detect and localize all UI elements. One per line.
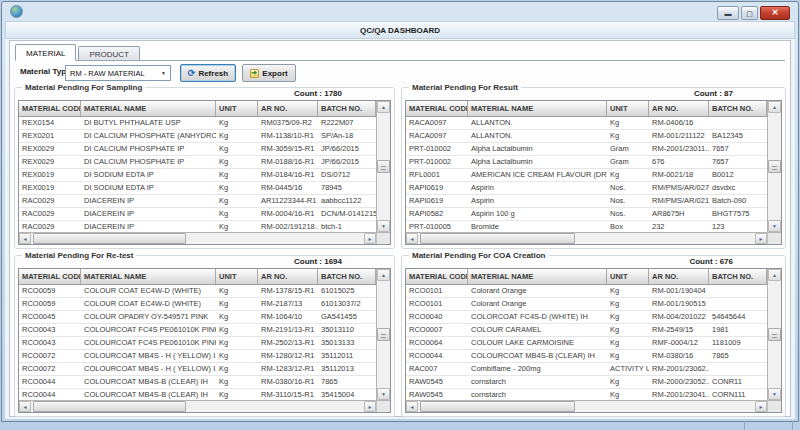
table-row[interactable]: PRT-010002Alpha LactalbuminGram6767657	[406, 156, 767, 169]
maximize-button[interactable]: ▢	[741, 6, 758, 20]
column-header[interactable]: AR NO.	[649, 101, 709, 116]
table-row[interactable]: RCO0072COLOURCOAT MB4S - H ( YELLOW) I..…	[19, 363, 376, 376]
scrollbar-thumb[interactable]	[377, 328, 390, 341]
column-header[interactable]: MATERIAL NAME	[468, 101, 607, 116]
column-header[interactable]: MATERIAL CODE	[19, 269, 81, 284]
vertical-scrollbar[interactable]: ▲ ▼	[376, 269, 390, 400]
table-row[interactable]: REX0154DI BUTYL PHTHALATE USPKgRM0375/09…	[19, 117, 376, 130]
scroll-left-button[interactable]: ◄	[19, 401, 31, 412]
column-header[interactable]: BATCH NO.	[709, 269, 767, 284]
scroll-right-button[interactable]: ►	[364, 233, 376, 244]
scrollbar-track[interactable]	[31, 401, 364, 412]
scroll-left-button[interactable]: ◄	[406, 401, 418, 412]
table-row[interactable]: RCO0044COLOURCOAT MB4S-B (CLEAR) IHKgRM-…	[19, 389, 376, 400]
tab-material[interactable]: MATERIAL	[15, 44, 76, 61]
table-row[interactable]: RCO0072COLOURCOAT MB4S - H ( YELLOW) I..…	[19, 350, 376, 363]
scrollbar-thumb[interactable]	[377, 160, 390, 173]
table-row[interactable]: RCO0040COLORCOAT FC4S-D (WHITE) IHKgRM-0…	[406, 311, 767, 324]
scroll-up-button[interactable]: ▲	[377, 101, 390, 113]
horizontal-scrollbar[interactable]: ◄ ►	[406, 401, 767, 412]
vertical-scrollbar[interactable]: ▲ ▼	[376, 101, 390, 232]
scroll-up-button[interactable]: ▲	[377, 269, 390, 281]
table-row[interactable]: REX0201DI CALCIUM PHOSPHATE (ANHYDROU...…	[19, 130, 376, 143]
vertical-scrollbar[interactable]: ▲ ▼	[767, 269, 781, 400]
scroll-up-button[interactable]: ▲	[768, 269, 781, 281]
scrollbar-track[interactable]	[418, 233, 755, 244]
column-header[interactable]: MATERIAL NAME	[468, 269, 607, 284]
scroll-right-button[interactable]: ►	[755, 233, 767, 244]
scrollbar-track[interactable]	[418, 401, 755, 412]
table-row[interactable]: RAC007Combiflame - 200mgACTIVITY U...RM-…	[406, 363, 767, 376]
scrollbar-thumb[interactable]	[33, 401, 186, 412]
scrollbar-track[interactable]	[377, 281, 390, 388]
table-row[interactable]: RCO0101Colorant OrangeKgRM-001/190404	[406, 285, 767, 298]
horizontal-scrollbar[interactable]: ◄ ►	[19, 401, 376, 412]
column-header[interactable]: AR NO.	[649, 269, 709, 284]
table-row[interactable]: PRT-010002Alpha LactalbuminGramRM-2001/2…	[406, 143, 767, 156]
scrollbar-thumb[interactable]	[768, 328, 781, 341]
minimize-button[interactable]: ▬	[717, 6, 739, 20]
table-row[interactable]: REX0019DI SODIUM EDTA IPKgRM-0445/167894…	[19, 182, 376, 195]
table-row[interactable]: RCO0044COLOURCOAT MB4S-B (CLEAR) IHKgRM-…	[406, 350, 767, 363]
horizontal-scrollbar[interactable]: ◄ ►	[19, 233, 376, 244]
export-button[interactable]: Export	[242, 64, 296, 82]
column-header[interactable]: UNIT	[607, 269, 649, 284]
scrollbar-thumb[interactable]	[420, 233, 575, 244]
column-header[interactable]: MATERIAL CODE	[406, 269, 468, 284]
scroll-right-button[interactable]: ►	[364, 401, 376, 412]
column-header[interactable]: BATCH NO.	[318, 269, 376, 284]
scroll-left-button[interactable]: ◄	[406, 233, 418, 244]
column-header[interactable]: AR NO.	[258, 269, 318, 284]
table-row[interactable]: RCO0044COLOURCOAT MB4S-B (CLEAR) IHKgRM-…	[19, 376, 376, 389]
table-row[interactable]: RAPI0619AspirinNos.RM/PMS/AR/0275dsvdxc	[406, 182, 767, 195]
table-row[interactable]: RAC0029DIACEREIN IPKgRM-0004/16-R1DCN/M-…	[19, 208, 376, 221]
table-row[interactable]: RAC0029DIACEREIN IPKgRM-002/191218...btc…	[19, 221, 376, 232]
table-row[interactable]: RCO0101Colorant OrangeKgRM-001/190515	[406, 298, 767, 311]
table-row[interactable]: RCO0059COLOUR COAT EC4W-D (WHITE)KgRM-13…	[19, 285, 376, 298]
scroll-down-button[interactable]: ▼	[377, 388, 390, 400]
column-header[interactable]: MATERIAL CODE	[19, 101, 81, 116]
scrollbar-track[interactable]	[31, 233, 364, 244]
material-type-dropdown[interactable]: RM - RAW MATERIAL ▼	[65, 65, 171, 81]
scroll-right-button[interactable]: ►	[755, 401, 767, 412]
table-row[interactable]: PRT-010005BromideBox232123	[406, 221, 767, 232]
table-row[interactable]: RCO0043COLOURCOAT FC4S PE061010K PINK IH…	[19, 337, 376, 350]
table-row[interactable]: RCO0059COLOUR COAT EC4W-D (WHITE)KgRM-21…	[19, 298, 376, 311]
refresh-button[interactable]: ⟳ Refresh	[180, 64, 236, 82]
scrollbar-thumb[interactable]	[420, 401, 575, 412]
table-row[interactable]: RCO0045COLOUR OPADRY OY-549571 PINKKgRM-…	[19, 311, 376, 324]
scroll-up-button[interactable]: ▲	[768, 101, 781, 113]
scrollbar-thumb[interactable]	[33, 233, 186, 244]
column-header[interactable]: BATCH NO.	[709, 101, 767, 116]
scrollbar-track[interactable]	[768, 113, 781, 220]
horizontal-scrollbar[interactable]: ◄ ►	[406, 233, 767, 244]
column-header[interactable]: BATCH NO.	[318, 101, 376, 116]
table-row[interactable]: RACA0097ALLANTON.KgRM-001/211122BA12345	[406, 130, 767, 143]
table-row[interactable]: RAC0029DIACEREIN IPKgAR11223344-R1aabbcc…	[19, 195, 376, 208]
table-row[interactable]: REX0029DI CALCIUM PHOSPHATE IPKgRM-0188/…	[19, 156, 376, 169]
close-button[interactable]: ✕	[760, 6, 790, 20]
table-row[interactable]: RFL0001AMERICAN ICE CREAM FLAVOUR (DRY)K…	[406, 169, 767, 182]
scroll-down-button[interactable]: ▼	[768, 388, 781, 400]
table-row[interactable]: RCO0007COLOUR CARAMELKgRM-2549/151981	[406, 324, 767, 337]
table-row[interactable]: RAW0545cornstarchKgRM-2000/23052...CONR1…	[406, 376, 767, 389]
column-header[interactable]: UNIT	[216, 101, 258, 116]
table-row[interactable]: RCO0064COLOUR LAKE CARMOISINEKgRMF-0004/…	[406, 337, 767, 350]
scroll-down-button[interactable]: ▼	[768, 220, 781, 232]
column-header[interactable]: AR NO.	[258, 101, 318, 116]
table-row[interactable]: REX0029DI CALCIUM PHOSPHATE IPKgRM-3059/…	[19, 143, 376, 156]
column-header[interactable]: MATERIAL NAME	[81, 101, 216, 116]
tab-product[interactable]: PRODUCT	[78, 46, 140, 60]
column-header[interactable]: MATERIAL NAME	[81, 269, 216, 284]
column-header[interactable]: MATERIAL CODE	[406, 101, 468, 116]
table-row[interactable]: RCO0043COLOURCOAT FC4S PE061010K PINK IH…	[19, 324, 376, 337]
vertical-scrollbar[interactable]: ▲ ▼	[767, 101, 781, 232]
table-row[interactable]: RAPI0619AspirinNos.RM/PMS/AR/0213Batch-0…	[406, 195, 767, 208]
scroll-down-button[interactable]: ▼	[377, 220, 390, 232]
scrollbar-thumb[interactable]	[768, 160, 781, 173]
scrollbar-track[interactable]	[768, 281, 781, 388]
scroll-left-button[interactable]: ◄	[19, 233, 31, 244]
window-titlebar[interactable]: ▬ ▢ ✕	[2, 2, 798, 21]
scrollbar-track[interactable]	[377, 113, 390, 220]
table-row[interactable]: REX0019DI SODIUM EDTA IPKgRM-0184/16-R1D…	[19, 169, 376, 182]
